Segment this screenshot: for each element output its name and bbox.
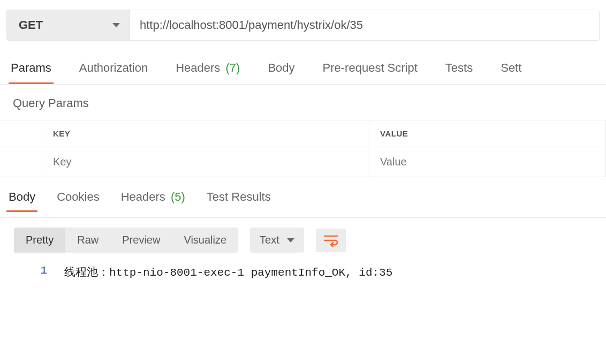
- http-method-dropdown[interactable]: GET: [7, 10, 130, 40]
- request-tabs: Params Authorization Headers (7) Body Pr…: [0, 61, 606, 85]
- param-key-input[interactable]: [53, 156, 358, 168]
- column-header-key: KEY: [42, 120, 369, 147]
- request-bar: GET: [6, 10, 600, 41]
- resp-tab-headers[interactable]: Headers (5): [119, 190, 187, 212]
- wrap-lines-button[interactable]: [316, 229, 346, 252]
- response-language-dropdown[interactable]: Text: [250, 228, 304, 253]
- table-header-row: KEY VALUE: [0, 120, 606, 147]
- tab-tests[interactable]: Tests: [443, 61, 475, 84]
- resp-tab-test-results[interactable]: Test Results: [204, 190, 273, 212]
- headers-count-badge: (7): [226, 61, 240, 74]
- tab-prerequest-script[interactable]: Pre-request Script: [321, 61, 420, 84]
- chevron-down-icon: [287, 238, 294, 242]
- resp-tab-headers-label: Headers: [121, 190, 165, 203]
- tab-body[interactable]: Body: [266, 61, 297, 84]
- http-method-label: GET: [19, 18, 43, 32]
- table-row: [0, 147, 606, 177]
- resp-headers-count-badge: (5): [171, 190, 185, 203]
- query-params-table: KEY VALUE: [0, 120, 606, 177]
- column-header-value: VALUE: [369, 120, 606, 147]
- resp-tab-cookies[interactable]: Cookies: [55, 190, 101, 212]
- url-input[interactable]: [130, 10, 599, 40]
- tab-params[interactable]: Params: [9, 61, 54, 84]
- param-value-input[interactable]: [380, 156, 595, 168]
- query-params-title: Query Params: [0, 85, 606, 120]
- tab-authorization[interactable]: Authorization: [77, 61, 150, 84]
- response-language-label: Text: [260, 234, 279, 246]
- wrap-icon: [323, 234, 338, 247]
- tab-headers[interactable]: Headers (7): [173, 61, 242, 84]
- response-body: 1 线程池：http-nio-8001-exec-1 paymentInfo_O…: [0, 260, 606, 279]
- tab-headers-label: Headers: [176, 61, 220, 74]
- view-visualize-button[interactable]: Visualize: [172, 228, 238, 253]
- response-toolbar: Pretty Raw Preview Visualize Text: [0, 218, 606, 260]
- resp-tab-body[interactable]: Body: [6, 190, 37, 212]
- view-mode-bar: Pretty Raw Preview Visualize: [14, 228, 238, 253]
- view-pretty-button[interactable]: Pretty: [14, 228, 65, 253]
- chevron-down-icon: [112, 23, 120, 27]
- response-text[interactable]: 线程池：http-nio-8001-exec-1 paymentInfo_OK,…: [64, 264, 606, 279]
- line-number: 1: [0, 264, 64, 279]
- view-raw-button[interactable]: Raw: [65, 228, 110, 253]
- tab-settings[interactable]: Sett: [498, 61, 524, 84]
- response-tabs: Body Cookies Headers (5) Test Results: [0, 177, 606, 218]
- view-preview-button[interactable]: Preview: [110, 228, 172, 253]
